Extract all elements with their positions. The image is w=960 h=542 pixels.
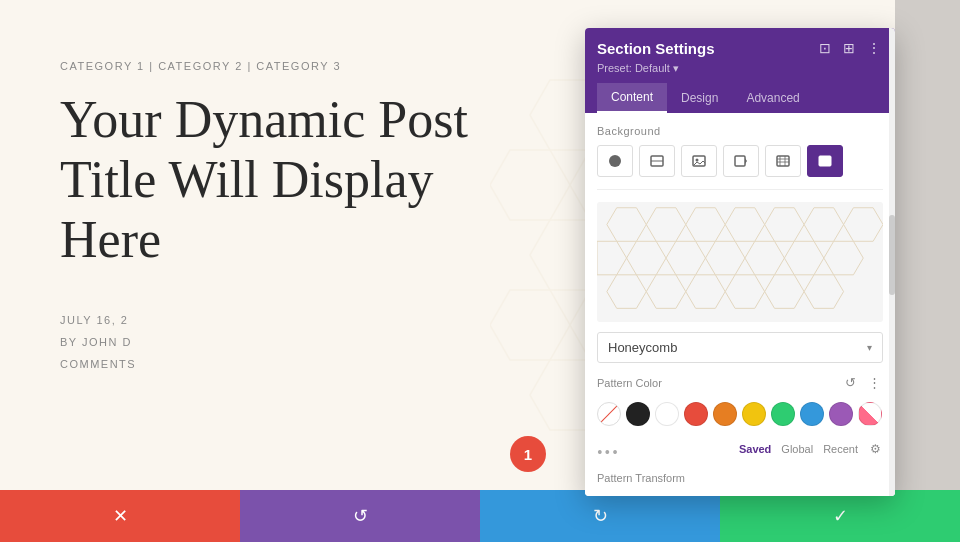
color-swatch-green[interactable] — [771, 402, 795, 426]
svg-point-23 — [696, 159, 699, 162]
saved-settings-icon[interactable]: ⚙ — [868, 440, 883, 458]
svg-marker-40 — [627, 241, 666, 275]
main-content: CATEGORY 1 | CATEGORY 2 | CATEGORY 3 You… — [0, 0, 550, 460]
svg-marker-38 — [844, 208, 883, 242]
svg-marker-47 — [646, 275, 685, 309]
panel-scrollbar[interactable] — [889, 28, 895, 496]
color-swatch-yellow[interactable] — [742, 402, 766, 426]
svg-marker-25 — [745, 158, 747, 164]
svg-marker-46 — [607, 275, 646, 309]
color-swatch-black[interactable] — [626, 402, 650, 426]
svg-marker-42 — [705, 241, 744, 275]
bg-type-image[interactable] — [681, 145, 717, 177]
svg-marker-48 — [686, 275, 725, 309]
more-color-options-icon[interactable]: ⋮ — [866, 373, 883, 392]
svg-marker-45 — [824, 241, 863, 275]
svg-marker-35 — [725, 208, 764, 242]
svg-marker-44 — [784, 241, 823, 275]
svg-marker-33 — [646, 208, 685, 242]
bg-type-gradient[interactable] — [639, 145, 675, 177]
pattern-color-row: Pattern Color ↺ ⋮ — [597, 373, 883, 392]
tab-content[interactable]: Content — [597, 83, 667, 113]
panel-title-row: Section Settings ⊡ ⊞ ⋮ — [597, 38, 883, 58]
pattern-color-actions: ↺ ⋮ — [843, 373, 883, 392]
panel-title: Section Settings — [597, 40, 715, 57]
pattern-color-label: Pattern Color — [597, 377, 662, 389]
undo-button[interactable]: ↺ — [240, 490, 480, 542]
global-tab[interactable]: Global — [781, 443, 813, 455]
post-comments: COMMENTS — [60, 353, 490, 375]
svg-marker-36 — [765, 208, 804, 242]
save-button[interactable]: ✓ — [720, 490, 960, 542]
svg-marker-34 — [686, 208, 725, 242]
reset-color-icon[interactable]: ↺ — [843, 373, 858, 392]
redo-button[interactable]: ↻ — [480, 490, 720, 542]
pattern-transform-label: Pattern Transform — [597, 472, 883, 484]
panel-icon-group: ⊡ ⊞ ⋮ — [817, 38, 883, 58]
panel-settings-icon[interactable]: ⊡ — [817, 38, 833, 58]
color-swatch-white[interactable] — [655, 402, 679, 426]
tab-advanced[interactable]: Advanced — [732, 83, 813, 113]
svg-marker-41 — [666, 241, 705, 275]
right-edge-panel — [895, 0, 960, 542]
action-toolbar: ✕ ↺ ↻ ✓ — [0, 490, 960, 542]
color-swatch-red[interactable] — [684, 402, 708, 426]
bg-type-video[interactable] — [723, 145, 759, 177]
color-swatch-purple[interactable] — [829, 402, 853, 426]
pattern-dropdown[interactable]: Honeycomb ▾ — [597, 332, 883, 363]
panel-header: Section Settings ⊡ ⊞ ⋮ Preset: Default ▾… — [585, 28, 895, 113]
svg-marker-32 — [607, 208, 646, 242]
expand-dots[interactable]: ••• — [597, 444, 620, 462]
panel-tabs: Content Design Advanced — [597, 83, 883, 113]
number-badge[interactable]: 1 — [510, 436, 546, 472]
svg-marker-37 — [804, 208, 843, 242]
cancel-button[interactable]: ✕ — [0, 490, 240, 542]
post-date: JULY 16, 2 — [60, 309, 490, 331]
chevron-down-icon: ▾ — [867, 342, 872, 353]
svg-marker-43 — [745, 241, 784, 275]
svg-marker-50 — [765, 275, 804, 309]
bg-type-color[interactable] — [597, 145, 633, 177]
color-swatches — [597, 402, 882, 426]
meta-info: JULY 16, 2 BY JOHN D COMMENTS — [60, 309, 490, 375]
bg-type-map[interactable] — [807, 145, 843, 177]
pattern-preview — [597, 202, 883, 322]
section-settings-panel: Section Settings ⊡ ⊞ ⋮ Preset: Default ▾… — [585, 28, 895, 496]
recent-tab[interactable]: Recent — [823, 443, 858, 455]
svg-marker-39 — [597, 241, 627, 275]
bg-type-pattern[interactable] — [765, 145, 801, 177]
saved-tab[interactable]: Saved — [739, 443, 771, 455]
svg-marker-49 — [725, 275, 764, 309]
pattern-dropdown-value: Honeycomb — [608, 340, 677, 355]
bg-type-icons — [597, 145, 883, 190]
post-author: BY JOHN D — [60, 331, 490, 353]
background-label: Background — [597, 125, 883, 137]
panel-more-icon[interactable]: ⋮ — [865, 38, 883, 58]
category-text: CATEGORY 1 | CATEGORY 2 | CATEGORY 3 — [60, 60, 490, 72]
panel-body: Background — [585, 113, 895, 496]
color-swatch-diagonal[interactable] — [858, 402, 882, 426]
svg-rect-26 — [777, 156, 789, 166]
panel-preset[interactable]: Preset: Default ▾ — [597, 62, 883, 75]
panel-columns-icon[interactable]: ⊞ — [841, 38, 857, 58]
panel-scrollbar-thumb[interactable] — [889, 215, 895, 295]
color-swatch-blue[interactable] — [800, 402, 824, 426]
svg-point-19 — [609, 155, 621, 167]
svg-rect-24 — [735, 156, 745, 166]
color-swatch-orange[interactable] — [713, 402, 737, 426]
color-swatch-transparent[interactable] — [597, 402, 621, 426]
tab-design[interactable]: Design — [667, 83, 732, 113]
more-dots-row: ••• — [597, 444, 620, 462]
post-title: Your Dynamic Post Title Will Display Her… — [60, 90, 490, 269]
svg-marker-51 — [804, 275, 843, 309]
saved-tabs-row: Saved Global Recent ⚙ — [739, 440, 883, 458]
